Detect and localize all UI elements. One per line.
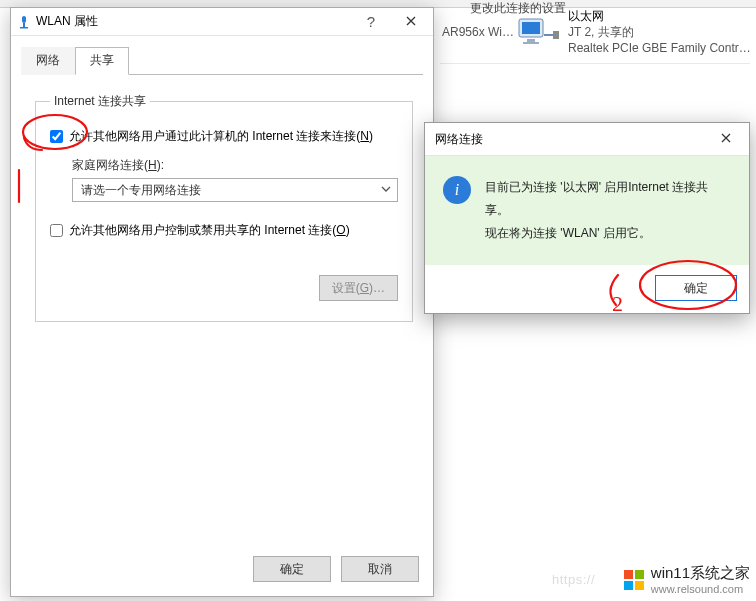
svg-rect-3: [523, 42, 539, 44]
allow-sharing-label[interactable]: 允许其他网络用户通过此计算机的 Internet 连接来连接(N): [69, 128, 373, 145]
allow-control-label[interactable]: 允许其他网络用户控制或禁用共享的 Internet 连接(O): [69, 222, 350, 239]
svg-rect-11: [624, 570, 633, 579]
svg-rect-2: [527, 39, 535, 42]
watermark-title: win11系统之家: [651, 564, 750, 583]
popup-close-button[interactable]: [711, 129, 741, 149]
watermark: win11系统之家 www.relsound.com: [623, 564, 750, 595]
adapter-wifi-sub: AR956x Wi…: [442, 24, 514, 40]
svg-rect-4: [553, 31, 559, 39]
wlan-properties-dialog: WLAN 属性 ? 网络 共享 Internet 连接共享 允许其他网络用户通过…: [10, 7, 434, 597]
svg-rect-5: [22, 16, 26, 23]
wifi-adapter-icon: [17, 15, 31, 29]
home-connection-select[interactable]: 请选一个专用网络连接: [72, 178, 398, 202]
watermark-site: www.relsound.com: [651, 583, 750, 595]
ics-group: Internet 连接共享 允许其他网络用户通过此计算机的 Internet 连…: [35, 93, 413, 322]
network-connection-popup: 网络连接 i 目前已为连接 '以太网' 启用Internet 连接共享。 现在将…: [424, 122, 750, 314]
ics-group-legend: Internet 连接共享: [50, 93, 150, 110]
popup-line2: 现在将为连接 'WLAN' 启用它。: [485, 222, 731, 245]
adapter-ethernet-name: 以太网: [568, 8, 751, 24]
popup-title: 网络连接: [435, 131, 483, 148]
allow-control-checkbox[interactable]: [50, 224, 63, 237]
svg-rect-7: [20, 27, 28, 29]
adapter-wifi[interactable]: AR956x Wi…: [442, 8, 502, 57]
windows-logo-icon: [623, 569, 645, 591]
popup-line1: 目前已为连接 '以太网' 启用Internet 连接共享。: [485, 176, 731, 222]
adapters-panel: AR956x Wi… 以太网 JT 2, 共享的 Realtek PCIe GB…: [434, 0, 756, 120]
cancel-button[interactable]: 取消: [341, 556, 419, 582]
close-icon: [406, 15, 416, 29]
ok-button[interactable]: 确定: [253, 556, 331, 582]
svg-rect-14: [635, 581, 644, 590]
home-connection-value: 请选一个专用网络连接: [81, 182, 201, 199]
url-ghost: https://: [552, 572, 595, 587]
settings-button[interactable]: 设置(G)…: [319, 275, 398, 301]
svg-rect-12: [635, 570, 644, 579]
tab-network[interactable]: 网络: [21, 47, 75, 75]
info-icon: i: [443, 176, 471, 204]
help-button[interactable]: ?: [351, 8, 391, 35]
dialog-title: WLAN 属性: [36, 13, 351, 30]
home-connection-label: 家庭网络连接(H):: [72, 157, 398, 174]
popup-ok-button[interactable]: 确定: [655, 275, 737, 301]
close-icon: [721, 132, 731, 146]
adapter-ethernet[interactable]: 以太网 JT 2, 共享的 Realtek PCIe GBE Family Co…: [518, 8, 751, 57]
ethernet-icon: [518, 13, 560, 51]
adapter-ethernet-sub2: Realtek PCIe GBE Family Contr…: [568, 40, 751, 56]
svg-rect-13: [624, 581, 633, 590]
svg-rect-1: [522, 22, 540, 34]
adapter-ethernet-sub1: JT 2, 共享的: [568, 24, 751, 40]
svg-rect-6: [23, 23, 25, 27]
chevron-down-icon: [381, 183, 391, 197]
allow-sharing-checkbox[interactable]: [50, 130, 63, 143]
close-button[interactable]: [391, 8, 431, 35]
tab-sharing[interactable]: 共享: [75, 47, 129, 75]
